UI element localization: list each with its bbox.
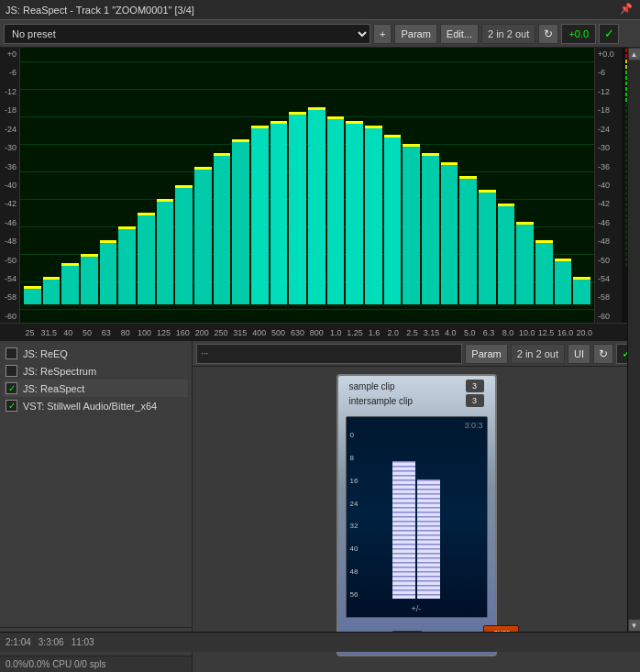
- spectrum-canvas[interactable]: [20, 48, 594, 323]
- plugin-checkbox[interactable]: [6, 347, 17, 359]
- edit-button[interactable]: Edit...: [440, 24, 479, 44]
- scale-label: -18: [0, 105, 19, 115]
- list-item[interactable]: JS: ReSpectrum: [4, 362, 188, 380]
- r-scale-label: -58: [595, 292, 622, 302]
- io-label: 2 in 2 out: [481, 24, 535, 44]
- freq-label: 1.0: [326, 328, 346, 337]
- plugin-ui-button[interactable]: UI: [568, 344, 590, 364]
- freq-label: 40: [59, 328, 78, 337]
- spectrum-bar: [441, 162, 458, 304]
- spectrum-bar: [308, 107, 326, 304]
- plugin-param-button[interactable]: Param: [465, 344, 507, 364]
- time-display-3: 11:03: [72, 637, 94, 647]
- scale-label: -42: [0, 199, 19, 208]
- spectrum-area: +0 -6 -12 -18 -24 -30 -36 -40 -42 -46 -4…: [0, 48, 640, 323]
- time-display-1: 2:1:04: [6, 637, 31, 647]
- freq-label: 100: [135, 328, 154, 337]
- meter-bottom-label: +/-: [412, 604, 422, 613]
- freq-label: 315: [230, 328, 249, 337]
- plugin-content: sample clip 3 intersample clip 3 3:0:3 0…: [193, 367, 640, 672]
- scroll-up-button[interactable]: ▲: [628, 48, 641, 61]
- plugin-name: JS: ReaSpect: [23, 383, 84, 394]
- freq-label: 1.6: [364, 328, 383, 337]
- pin-icon[interactable]: 📌: [620, 3, 633, 15]
- plugin-checkbox[interactable]: [6, 365, 17, 377]
- scale-label: -30: [0, 143, 19, 152]
- freq-label: 160: [173, 328, 193, 337]
- scroll-down-button[interactable]: ▼: [628, 619, 641, 632]
- spectrum-bar: [138, 213, 155, 304]
- title-bar: JS: ReaSpect - Track 1 "ZOOM0001" [3/4] …: [0, 0, 640, 20]
- spectrum-bars: [20, 48, 594, 304]
- spectrum-bar: [81, 254, 98, 304]
- spectrum-bar: [251, 126, 269, 304]
- scale-label: -54: [0, 274, 19, 283]
- add-button[interactable]: +: [373, 24, 392, 44]
- plugin-io-label: 2 in 2 out: [511, 344, 565, 364]
- meter-scale-label: 16: [350, 477, 359, 485]
- right-scrollbar[interactable]: ▲ ▼: [627, 48, 640, 632]
- spectrum-bar: [289, 112, 306, 304]
- freq-label: 20.0: [575, 328, 594, 337]
- scale-label: -46: [0, 218, 19, 227]
- param-button[interactable]: Param: [394, 24, 436, 44]
- spectrum-bar: [555, 259, 572, 304]
- r-scale-label: -48: [595, 237, 622, 246]
- spectrum-bar: [118, 226, 136, 304]
- meter-bars: [389, 424, 444, 599]
- r-scale-label: -36: [595, 162, 622, 171]
- freq-label: 25: [20, 328, 39, 337]
- sync-icon[interactable]: ↻: [538, 24, 558, 44]
- spectrum-bar: [270, 121, 288, 304]
- spectrum-bar: [535, 240, 553, 304]
- freq-label: 1.25: [346, 328, 365, 337]
- spectrum-bar: [384, 135, 402, 304]
- plugin-checkbox[interactable]: ✓: [6, 382, 17, 394]
- bypass-checkbox[interactable]: ✓: [599, 24, 619, 44]
- left-scale: +0 -6 -12 -18 -24 -30 -36 -40 -42 -46 -4…: [0, 48, 20, 323]
- freq-label: 8.0: [498, 328, 517, 337]
- spectrum-bar: [61, 263, 79, 304]
- meter-scale-label: 56: [350, 590, 359, 599]
- spectrum-bar: [403, 144, 420, 304]
- top-toolbar: No preset + Param Edit... 2 in 2 out ↻ +…: [0, 20, 640, 48]
- freq-label: 800: [307, 328, 326, 337]
- freq-label: 16.0: [556, 328, 575, 337]
- list-item[interactable]: ✓ JS: ReaSpect: [4, 380, 188, 397]
- r-scale-label: +0.0: [595, 50, 622, 59]
- plugin-checkbox[interactable]: ✓: [6, 400, 17, 412]
- plugin-name: JS: ReSpectrum: [23, 366, 96, 377]
- spectrum-bar: [100, 240, 117, 304]
- freq-label: 80: [116, 328, 135, 337]
- list-item[interactable]: JS: ReEQ: [4, 345, 188, 362]
- bottom-section: JS: ReEQ JS: ReSpectrum ✓ JS: ReaSpect ✓…: [0, 341, 640, 672]
- spectrum-bar: [194, 167, 212, 304]
- r-scale-label: -30: [595, 143, 622, 152]
- spectrum-bar: [573, 277, 590, 304]
- scale-label: -40: [0, 181, 19, 190]
- plugin-list: JS: ReEQ JS: ReSpectrum ✓ JS: ReaSpect ✓…: [0, 341, 193, 672]
- scale-label: -58: [0, 292, 19, 302]
- freq-label: 400: [249, 328, 269, 337]
- sample-clip-row: sample clip 3: [344, 380, 490, 394]
- spectrum-bar: [232, 139, 249, 304]
- r-scale-label: -54: [595, 274, 622, 283]
- plugin-list-items: JS: ReEQ JS: ReSpectrum ✓ JS: ReaSpect ✓…: [0, 341, 192, 627]
- scale-label: +0: [0, 50, 19, 59]
- spectrum-bar: [214, 153, 231, 304]
- spectrum-bar: [479, 190, 496, 304]
- time-display-2: 3:3:06: [39, 637, 64, 647]
- title-text: JS: ReaSpect - Track 1 "ZOOM0001" [3/4]: [6, 5, 194, 16]
- freq-label: 31.5: [39, 328, 59, 337]
- intersample-clip-value: 3: [466, 394, 484, 407]
- plugin-toolbar: ··· Param 2 in 2 out UI ↻ ✓: [193, 341, 640, 367]
- spectrum-bar: [24, 286, 41, 304]
- plugin-sync-icon[interactable]: ↻: [593, 344, 613, 364]
- preset-select[interactable]: No preset: [4, 24, 370, 44]
- freq-label: 250: [212, 328, 231, 337]
- list-item[interactable]: ✓ VST: Stillwell Audio/Bitter_x64: [4, 397, 188, 414]
- r-scale-label: -42: [595, 199, 622, 208]
- scale-label: -60: [0, 312, 19, 321]
- r-scale-label: -18: [595, 105, 622, 115]
- transport-bar: 2:1:04 3:3:06 11:03: [0, 632, 640, 652]
